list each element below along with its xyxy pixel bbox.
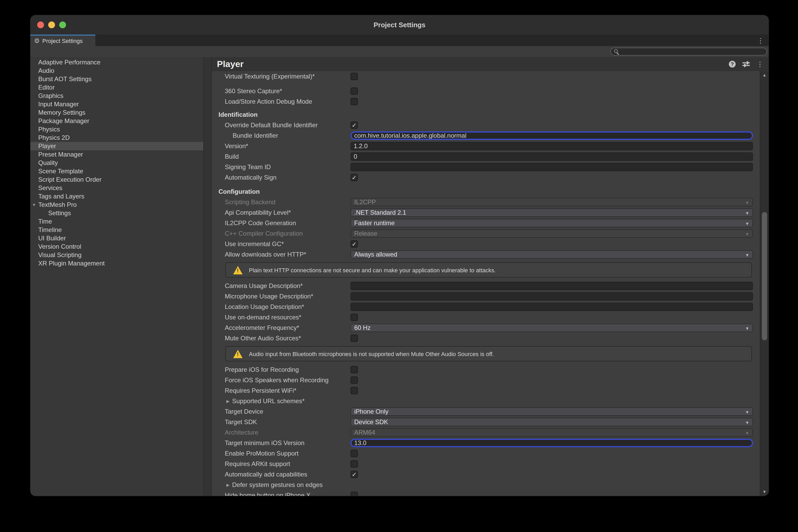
sidebar-item-visual-scripting[interactable]: Visual Scripting (31, 251, 203, 259)
chevron-down-icon: ▼ (745, 201, 749, 205)
field-label: Requires Persistent WiFi* (225, 387, 296, 394)
chevron-down-icon: ▼ (745, 222, 749, 226)
sidebar-item-input-manager[interactable]: Input Manager (31, 100, 203, 108)
field-label: Requires ARKit support (225, 460, 290, 468)
sidebar-item-label: Memory Settings (38, 109, 86, 116)
field-value: 13.0 (354, 439, 367, 446)
row-defer-system-gestures-on-edges[interactable]: ▶Defer system gestures on edges (212, 480, 760, 490)
search-input[interactable] (621, 48, 766, 55)
title-bar[interactable]: Project Settings (31, 15, 769, 35)
foldout-closed-icon[interactable]: ▶ (226, 399, 229, 404)
sidebar-item-package-manager[interactable]: Package Manager (31, 117, 203, 125)
zoom-button[interactable] (59, 21, 66, 28)
header-icons: ? ⋮ (729, 61, 763, 68)
row-scripting-backend: Scripting BackendIL2CPP▼ (212, 197, 760, 207)
kebab-menu-icon[interactable]: ⋮ (757, 61, 763, 68)
sidebar-item-tags-and-layers[interactable]: Tags and Layers (31, 192, 203, 201)
sidebar-item-version-control[interactable]: Version Control (31, 243, 203, 251)
checkbox-use-incremental-gc[interactable]: ✓ (351, 240, 358, 248)
text-field-bundle-identifier[interactable]: com.hive.tutorial.ios.apple.global.norma… (351, 131, 753, 140)
close-button[interactable] (37, 21, 44, 28)
help-icon[interactable]: ? (729, 61, 736, 68)
checkbox-load-store-action-debug-mode[interactable] (351, 98, 358, 105)
scrollbar[interactable]: ▲ ▼ (760, 71, 769, 496)
settings-sidebar: Adaptive PerformanceAudioBurst AOT Setti… (31, 57, 203, 496)
text-field-signing-team-id[interactable] (351, 163, 753, 171)
foldout-open-icon[interactable]: ▼ (32, 203, 36, 207)
sidebar-item-services[interactable]: Services (31, 184, 203, 192)
row-bundle-identifier: Bundle Identifiercom.hive.tutorial.ios.a… (212, 130, 760, 141)
foldout-closed-icon[interactable]: ▶ (226, 483, 229, 488)
warning-box: !Audio input from Bluetooth microphones … (225, 346, 752, 361)
sidebar-item-ui-builder[interactable]: UI Builder (31, 234, 203, 243)
scrollbar-thumb[interactable] (762, 212, 767, 340)
sidebar-item-burst-aot-settings[interactable]: Burst AOT Settings (31, 75, 203, 83)
text-field-microphone-usage-description[interactable] (351, 292, 753, 301)
checkbox-virtual-texturing-experimental[interactable] (351, 73, 358, 80)
row-identification: Identification (212, 110, 760, 120)
sidebar-item-audio[interactable]: Audio (31, 66, 203, 75)
text-field-target-minimum-ios-version[interactable]: 13.0 (351, 439, 753, 447)
dropdown-architecture: ARM64▼ (351, 428, 753, 437)
row-supported-url-schemes[interactable]: ▶Supported URL schemes* (212, 396, 760, 406)
checkbox-360-stereo-capture[interactable] (351, 88, 358, 95)
sidebar-item-textmesh-pro[interactable]: ▼TextMesh Pro (31, 201, 203, 209)
field-label: Scripting Backend (225, 198, 275, 206)
field-label: Mute Other Audio Sources* (225, 335, 301, 342)
traffic-lights (37, 15, 66, 35)
dropdown-il2cpp-code-generation[interactable]: Faster runtime▼ (351, 219, 753, 227)
checkbox-force-ios-speakers-when-recording[interactable] (351, 377, 358, 384)
sidebar-item-preset-manager[interactable]: Preset Manager (31, 150, 203, 159)
sidebar-item-graphics[interactable]: Graphics (31, 92, 203, 100)
field-label: Hide home button on iPhone X (225, 492, 311, 496)
row-version: Version*1.2.0 (212, 141, 760, 151)
checkmark-icon: ✓ (352, 241, 356, 247)
checkbox-requires-arkit-support[interactable] (351, 460, 358, 468)
dropdown-value: Faster runtime (354, 220, 395, 227)
checkbox-automatically-sign[interactable]: ✓ (351, 174, 358, 181)
row-virtual-texturing-experimental: Virtual Texturing (Experimental)* (212, 71, 760, 82)
dropdown-api-compatibility-level[interactable]: .NET Standard 2.1▼ (351, 208, 753, 217)
minimize-button[interactable] (48, 21, 55, 28)
sidebar-item-memory-settings[interactable]: Memory Settings (31, 108, 203, 117)
sidebar-item-physics-2d[interactable]: Physics 2D (31, 134, 203, 142)
row-force-ios-speakers-when-recording: Force iOS Speakers when Recording (212, 375, 760, 385)
checkbox-use-on-demand-resources[interactable] (351, 314, 358, 321)
field-value: 0 (354, 153, 357, 160)
sidebar-item-settings[interactable]: Settings (31, 209, 203, 217)
search-box[interactable] (610, 48, 767, 56)
sidebar-item-xr-plugin-management[interactable]: XR Plugin Management (31, 259, 203, 268)
checkbox-requires-persistent-wifi[interactable] (351, 387, 358, 394)
dropdown-allow-downloads-over-http[interactable]: Always allowed▼ (351, 250, 753, 259)
sidebar-item-quality[interactable]: Quality (31, 159, 203, 167)
checkbox-hide-home-button-on-iphone-x[interactable] (351, 492, 358, 496)
tab-project-settings[interactable]: ⚙ Project Settings (31, 35, 95, 46)
checkbox-prepare-ios-for-recording[interactable] (351, 366, 358, 373)
text-field-build[interactable]: 0 (351, 152, 753, 161)
sidebar-item-time[interactable]: Time (31, 217, 203, 226)
text-field-version[interactable]: 1.2.0 (351, 142, 753, 150)
tab-strip-menu-icon[interactable]: ⋮ (757, 35, 764, 46)
toolbar (31, 46, 769, 57)
sidebar-item-player[interactable]: Player (31, 142, 203, 150)
dropdown-value: Always allowed (354, 251, 397, 258)
checkbox-override-default-bundle-identifier[interactable]: ✓ (351, 121, 358, 129)
sidebar-splitter[interactable] (203, 57, 212, 496)
sidebar-item-timeline[interactable]: Timeline (31, 226, 203, 234)
sidebar-item-script-execution-order[interactable]: Script Execution Order (31, 175, 203, 184)
checkbox-mute-other-audio-sources[interactable] (351, 335, 358, 342)
text-field-location-usage-description[interactable] (351, 303, 753, 311)
checkbox-enable-promotion-support[interactable] (351, 450, 358, 457)
presets-icon[interactable] (742, 61, 750, 67)
sidebar-item-physics[interactable]: Physics (31, 125, 203, 134)
dropdown-accelerometer-frequency[interactable]: 60 Hz▼ (351, 324, 753, 332)
sidebar-item-scene-template[interactable]: Scene Template (31, 167, 203, 175)
text-field-camera-usage-description[interactable] (351, 282, 753, 290)
dropdown-target-sdk[interactable]: Device SDK▼ (351, 418, 753, 426)
checkbox-automatically-add-capabilities[interactable]: ✓ (351, 471, 358, 478)
scroll-up-icon[interactable]: ▲ (760, 73, 769, 77)
sidebar-item-adaptive-performance[interactable]: Adaptive Performance (31, 58, 203, 66)
dropdown-target-device[interactable]: iPhone Only▼ (351, 407, 753, 416)
scroll-down-icon[interactable]: ▼ (760, 490, 769, 494)
sidebar-item-editor[interactable]: Editor (31, 83, 203, 92)
